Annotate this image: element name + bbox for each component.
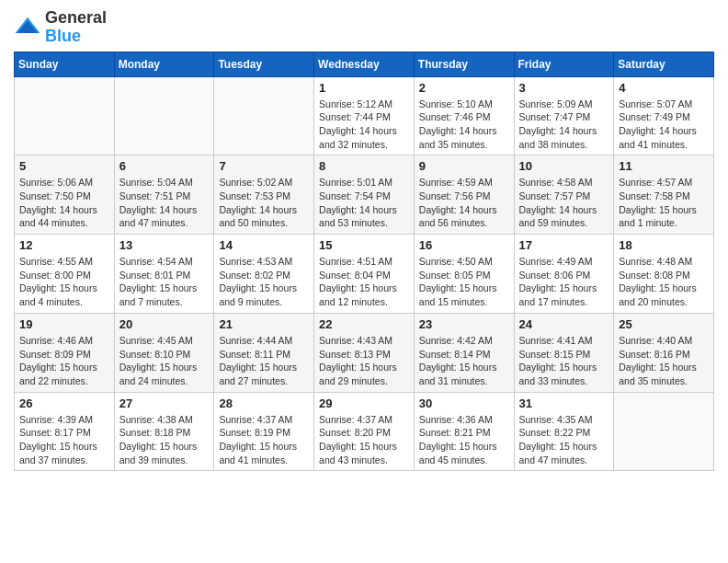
day-info: Sunrise: 4:50 AM Sunset: 8:05 PM Dayligh… <box>419 255 509 309</box>
calendar-cell: 30Sunrise: 4:36 AM Sunset: 8:21 PM Dayli… <box>414 392 514 471</box>
day-info: Sunrise: 4:37 AM Sunset: 8:20 PM Dayligh… <box>319 413 409 467</box>
calendar-cell: 4Sunrise: 5:07 AM Sunset: 7:49 PM Daylig… <box>614 76 714 155</box>
calendar-cell: 26Sunrise: 4:39 AM Sunset: 8:17 PM Dayli… <box>15 392 115 471</box>
day-info: Sunrise: 4:49 AM Sunset: 8:06 PM Dayligh… <box>519 255 609 309</box>
calendar-cell: 5Sunrise: 5:06 AM Sunset: 7:50 PM Daylig… <box>15 155 115 235</box>
day-info: Sunrise: 4:58 AM Sunset: 7:57 PM Dayligh… <box>519 176 609 230</box>
day-number: 21 <box>219 317 309 331</box>
week-row-3: 12Sunrise: 4:55 AM Sunset: 8:00 PM Dayli… <box>15 235 714 314</box>
weekday-header-friday: Friday <box>514 52 614 76</box>
day-number: 6 <box>119 159 210 173</box>
day-number: 31 <box>519 396 609 410</box>
day-info: Sunrise: 4:41 AM Sunset: 8:15 PM Dayligh… <box>519 334 609 388</box>
day-number: 12 <box>19 238 109 252</box>
calendar-cell: 6Sunrise: 5:04 AM Sunset: 7:51 PM Daylig… <box>114 155 214 235</box>
day-number: 14 <box>219 238 309 252</box>
calendar-cell <box>614 392 714 471</box>
day-number: 28 <box>219 396 309 410</box>
calendar-cell: 7Sunrise: 5:02 AM Sunset: 7:53 PM Daylig… <box>214 155 314 235</box>
day-info: Sunrise: 4:57 AM Sunset: 7:58 PM Dayligh… <box>619 176 709 230</box>
day-info: Sunrise: 4:59 AM Sunset: 7:56 PM Dayligh… <box>419 176 509 230</box>
calendar-cell: 14Sunrise: 4:53 AM Sunset: 8:02 PM Dayli… <box>214 235 314 314</box>
day-info: Sunrise: 4:45 AM Sunset: 8:10 PM Dayligh… <box>119 334 210 388</box>
calendar-cell: 22Sunrise: 4:43 AM Sunset: 8:13 PM Dayli… <box>314 313 415 392</box>
day-number: 2 <box>419 81 509 95</box>
day-info: Sunrise: 4:39 AM Sunset: 8:17 PM Dayligh… <box>19 413 109 467</box>
calendar-cell: 15Sunrise: 4:51 AM Sunset: 8:04 PM Dayli… <box>314 235 415 314</box>
calendar-table: SundayMondayTuesdayWednesdayThursdayFrid… <box>14 52 714 472</box>
day-number: 10 <box>519 159 609 173</box>
calendar-cell: 19Sunrise: 4:46 AM Sunset: 8:09 PM Dayli… <box>15 313 115 392</box>
day-number: 19 <box>19 317 109 331</box>
day-info: Sunrise: 5:10 AM Sunset: 7:46 PM Dayligh… <box>419 98 509 152</box>
day-number: 23 <box>419 317 509 331</box>
day-info: Sunrise: 4:53 AM Sunset: 8:02 PM Dayligh… <box>219 255 309 309</box>
week-row-2: 5Sunrise: 5:06 AM Sunset: 7:50 PM Daylig… <box>15 155 714 235</box>
logo-text: General Blue <box>45 9 107 46</box>
logo-icon <box>14 14 41 41</box>
day-info: Sunrise: 5:12 AM Sunset: 7:44 PM Dayligh… <box>319 98 409 152</box>
day-number: 5 <box>19 159 109 173</box>
calendar-cell: 10Sunrise: 4:58 AM Sunset: 7:57 PM Dayli… <box>514 155 614 235</box>
day-number: 3 <box>519 81 609 95</box>
calendar-cell: 21Sunrise: 4:44 AM Sunset: 8:11 PM Dayli… <box>214 313 314 392</box>
day-number: 18 <box>619 238 709 252</box>
calendar-cell: 23Sunrise: 4:42 AM Sunset: 8:14 PM Dayli… <box>414 313 514 392</box>
day-info: Sunrise: 4:51 AM Sunset: 8:04 PM Dayligh… <box>319 255 409 309</box>
day-info: Sunrise: 4:44 AM Sunset: 8:11 PM Dayligh… <box>219 334 309 388</box>
calendar-cell: 18Sunrise: 4:48 AM Sunset: 8:08 PM Dayli… <box>614 235 714 314</box>
day-info: Sunrise: 4:55 AM Sunset: 8:00 PM Dayligh… <box>19 255 109 309</box>
calendar-cell: 16Sunrise: 4:50 AM Sunset: 8:05 PM Dayli… <box>414 235 514 314</box>
day-info: Sunrise: 4:35 AM Sunset: 8:22 PM Dayligh… <box>519 413 609 467</box>
day-info: Sunrise: 5:09 AM Sunset: 7:47 PM Dayligh… <box>519 98 609 152</box>
week-row-4: 19Sunrise: 4:46 AM Sunset: 8:09 PM Dayli… <box>15 313 714 392</box>
weekday-header-thursday: Thursday <box>414 52 514 76</box>
calendar-cell: 8Sunrise: 5:01 AM Sunset: 7:54 PM Daylig… <box>314 155 415 235</box>
calendar-cell: 20Sunrise: 4:45 AM Sunset: 8:10 PM Dayli… <box>114 313 214 392</box>
calendar-cell: 9Sunrise: 4:59 AM Sunset: 7:56 PM Daylig… <box>414 155 514 235</box>
calendar-cell: 11Sunrise: 4:57 AM Sunset: 7:58 PM Dayli… <box>614 155 714 235</box>
calendar-cell: 12Sunrise: 4:55 AM Sunset: 8:00 PM Dayli… <box>15 235 115 314</box>
calendar-cell: 29Sunrise: 4:37 AM Sunset: 8:20 PM Dayli… <box>314 392 415 471</box>
day-info: Sunrise: 4:37 AM Sunset: 8:19 PM Dayligh… <box>219 413 309 467</box>
day-number: 1 <box>319 81 409 95</box>
day-number: 11 <box>619 159 709 173</box>
day-info: Sunrise: 4:43 AM Sunset: 8:13 PM Dayligh… <box>319 334 409 388</box>
weekday-header-sunday: Sunday <box>15 52 115 76</box>
calendar-cell <box>214 76 314 155</box>
day-info: Sunrise: 5:04 AM Sunset: 7:51 PM Dayligh… <box>119 176 210 230</box>
page-header: General Blue <box>14 9 714 46</box>
day-info: Sunrise: 5:02 AM Sunset: 7:53 PM Dayligh… <box>219 176 309 230</box>
day-info: Sunrise: 4:38 AM Sunset: 8:18 PM Dayligh… <box>119 413 210 467</box>
day-info: Sunrise: 5:01 AM Sunset: 7:54 PM Dayligh… <box>319 176 409 230</box>
day-number: 7 <box>219 159 309 173</box>
day-number: 9 <box>419 159 509 173</box>
calendar-cell: 28Sunrise: 4:37 AM Sunset: 8:19 PM Dayli… <box>214 392 314 471</box>
day-info: Sunrise: 4:48 AM Sunset: 8:08 PM Dayligh… <box>619 255 709 309</box>
day-number: 30 <box>419 396 509 410</box>
day-info: Sunrise: 4:54 AM Sunset: 8:01 PM Dayligh… <box>119 255 210 309</box>
week-row-5: 26Sunrise: 4:39 AM Sunset: 8:17 PM Dayli… <box>15 392 714 471</box>
calendar-cell: 25Sunrise: 4:40 AM Sunset: 8:16 PM Dayli… <box>614 313 714 392</box>
day-number: 20 <box>119 317 210 331</box>
day-number: 13 <box>119 238 210 252</box>
calendar-cell: 24Sunrise: 4:41 AM Sunset: 8:15 PM Dayli… <box>514 313 614 392</box>
day-number: 25 <box>619 317 709 331</box>
day-number: 17 <box>519 238 609 252</box>
weekday-header-tuesday: Tuesday <box>214 52 314 76</box>
calendar-cell <box>114 76 214 155</box>
day-number: 29 <box>319 396 409 410</box>
day-number: 24 <box>519 317 609 331</box>
day-info: Sunrise: 4:46 AM Sunset: 8:09 PM Dayligh… <box>19 334 109 388</box>
calendar-cell: 3Sunrise: 5:09 AM Sunset: 7:47 PM Daylig… <box>514 76 614 155</box>
day-number: 26 <box>19 396 109 410</box>
weekday-header-wednesday: Wednesday <box>314 52 415 76</box>
day-info: Sunrise: 4:42 AM Sunset: 8:14 PM Dayligh… <box>419 334 509 388</box>
day-info: Sunrise: 5:06 AM Sunset: 7:50 PM Dayligh… <box>19 176 109 230</box>
weekday-header-monday: Monday <box>114 52 214 76</box>
week-row-1: 1Sunrise: 5:12 AM Sunset: 7:44 PM Daylig… <box>15 76 714 155</box>
calendar-cell: 17Sunrise: 4:49 AM Sunset: 8:06 PM Dayli… <box>514 235 614 314</box>
day-info: Sunrise: 4:36 AM Sunset: 8:21 PM Dayligh… <box>419 413 509 467</box>
day-number: 22 <box>319 317 409 331</box>
day-number: 27 <box>119 396 210 410</box>
